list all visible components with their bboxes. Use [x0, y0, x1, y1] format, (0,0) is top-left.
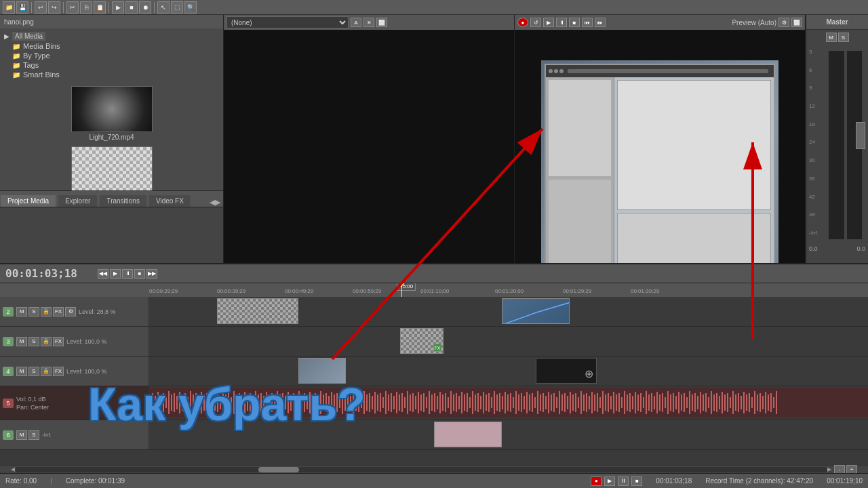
preview-settings-btn[interactable]: ⚙ — [778, 18, 789, 27]
toolbar-folder[interactable]: 📁 — [3, 1, 15, 14]
preview-play-program-btn[interactable]: ▶ — [543, 18, 554, 27]
tl-btn-stop[interactable]: ■ — [134, 269, 145, 279]
track-controls-4: M S 🔒 FX — [16, 367, 64, 376]
preview-source-select[interactable]: (None) — [226, 16, 349, 28]
toolbar-copy[interactable]: ⎘ — [80, 1, 92, 14]
toolbar-redo[interactable]: ↪ — [48, 1, 60, 14]
toolbar-select[interactable]: ⬚ — [171, 1, 183, 14]
tree-item-all-media[interactable]: ▶ All Media — [3, 31, 220, 41]
track3-lock[interactable]: 🔒 — [41, 337, 52, 346]
fader-knob[interactable] — [856, 122, 865, 149]
toolbar-record[interactable]: ⏺ — [139, 1, 151, 14]
toolbar-stop[interactable]: ■ — [125, 1, 138, 14]
track2-mute[interactable]: M — [16, 307, 27, 317]
preview-stop-program-btn[interactable]: ■ — [569, 18, 580, 27]
clip-3-checker[interactable]: FX — [400, 328, 443, 354]
svg-rect-163 — [591, 392, 593, 413]
toolbar-cursor[interactable]: ↖ — [157, 1, 170, 14]
preview-pause-program-btn[interactable]: ⏸ — [556, 18, 567, 27]
master-value-right: 0.0 — [856, 245, 865, 252]
track2-level-label: Level: 28,8 % — [79, 308, 116, 315]
tree-item-tags[interactable]: 📁 Tags — [3, 60, 220, 70]
master-values: 0.0 0.0 — [806, 245, 868, 252]
track6-solo[interactable]: S — [28, 430, 39, 440]
thumbnail-sony-titles[interactable]: Sony Titles & Text — [71, 146, 153, 191]
clip-4-video-1[interactable] — [298, 358, 346, 384]
svg-rect-158 — [578, 397, 579, 408]
clip-2-checker[interactable] — [217, 298, 298, 324]
tab-project-media[interactable]: Project Media — [0, 195, 56, 207]
track3-mute[interactable]: M — [16, 337, 27, 346]
track5-info: Vol: 0,1 dB Pan: Center — [16, 396, 49, 411]
toolbar-save[interactable]: 💾 — [16, 1, 28, 14]
clip-2-video[interactable] — [502, 298, 570, 324]
svg-rect-219 — [743, 392, 745, 413]
tab-explorer[interactable]: Explorer — [58, 195, 98, 207]
playhead-line — [401, 283, 402, 297]
track4-fx[interactable]: FX — [53, 367, 64, 376]
track6-mute[interactable]: M — [16, 430, 27, 440]
tl-btn-forward[interactable]: ▶▶ — [146, 269, 157, 279]
track2-solo[interactable]: S — [28, 307, 39, 317]
tree-item-smart-bins[interactable]: 📁 Smart Bins — [3, 70, 220, 79]
track-row-4: 4 M S 🔒 FX Level: 100,0 % ⊕ — [0, 357, 868, 386]
tl-btn-back[interactable]: ◀◀ — [98, 269, 108, 279]
tree-item-by-type[interactable]: 📁 By Type — [3, 51, 220, 60]
scroll-thumb[interactable] — [258, 467, 299, 472]
tab-video-fx[interactable]: Video FX — [149, 195, 191, 207]
thumbnail-light720[interactable]: Light_720.mp4 — [71, 86, 153, 141]
master-mute-btn[interactable]: M — [826, 33, 837, 42]
tl-btn-pause[interactable]: ⏸ — [122, 269, 133, 279]
track2-fx[interactable]: FX — [53, 307, 64, 317]
toolbar-cut[interactable]: ✂ — [66, 1, 79, 14]
status-stop-btn[interactable]: ■ — [631, 476, 642, 486]
track4-solo[interactable]: S — [28, 367, 39, 376]
preview-next-frame-btn[interactable]: ⏭ — [595, 18, 606, 27]
svg-rect-149 — [553, 393, 555, 412]
svg-rect-62 — [317, 397, 319, 408]
svg-rect-97 — [412, 393, 414, 412]
svg-rect-108 — [442, 394, 443, 411]
scroll-track[interactable] — [15, 467, 827, 472]
tree-all-media-label[interactable]: All Media — [12, 32, 45, 41]
status-pause-btn[interactable]: ⏸ — [618, 476, 629, 486]
svg-rect-109 — [445, 393, 446, 412]
svg-rect-182 — [643, 397, 644, 408]
toolbar-play[interactable]: ▶ — [112, 1, 124, 14]
track3-solo[interactable]: S — [28, 337, 39, 346]
track-number-5: 5 — [3, 399, 14, 408]
preview-prev-frame-btn[interactable]: ⏮ — [582, 18, 593, 27]
tl-btn-play[interactable]: ▶ — [110, 269, 121, 279]
track3-fx[interactable]: FX — [53, 337, 64, 346]
track4-mute[interactable]: M — [16, 367, 27, 376]
svg-rect-33 — [239, 393, 240, 412]
preview-fullscreen-btn[interactable]: ⬜ — [791, 18, 802, 27]
tab-transitions[interactable]: Transitions — [99, 195, 147, 207]
preview-source-btn3[interactable]: ⬜ — [376, 18, 387, 27]
tree-item-media-bins[interactable]: 📁 Media Bins — [3, 41, 220, 51]
track2-settings[interactable]: ⚙ — [65, 307, 76, 317]
master-solo-btn[interactable]: S — [838, 33, 849, 42]
toolbar-zoom[interactable]: 🔍 — [184, 1, 197, 14]
svg-rect-140 — [529, 394, 530, 411]
preview-source-btn2[interactable]: ✕ — [363, 18, 374, 27]
status-play-btn[interactable]: ▶ — [604, 476, 615, 486]
svg-rect-81 — [369, 393, 370, 412]
status-record-btn[interactable]: ● — [591, 476, 601, 486]
track2-lock[interactable]: 🔒 — [41, 307, 52, 317]
svg-rect-96 — [410, 394, 411, 411]
tab-arrow-left[interactable]: ◀ — [210, 198, 215, 207]
track4-lock[interactable]: 🔒 — [41, 367, 52, 376]
preview-source-btn1[interactable]: A — [351, 18, 361, 27]
svg-rect-165 — [597, 393, 598, 412]
toolbar-sep3 — [108, 2, 109, 13]
clip-6-audio[interactable] — [434, 422, 502, 447]
clip-4-dark[interactable]: ⊕ — [536, 358, 597, 384]
scroll-right-btn[interactable]: ▶ — [827, 466, 831, 472]
toolbar-paste[interactable]: 📋 — [94, 1, 106, 14]
tab-arrow-right[interactable]: ▶ — [215, 198, 220, 207]
svg-rect-79 — [363, 391, 365, 414]
preview-refresh-btn[interactable]: ↺ — [530, 18, 541, 27]
svg-rect-28 — [225, 394, 226, 411]
toolbar-undo[interactable]: ↩ — [35, 1, 47, 14]
